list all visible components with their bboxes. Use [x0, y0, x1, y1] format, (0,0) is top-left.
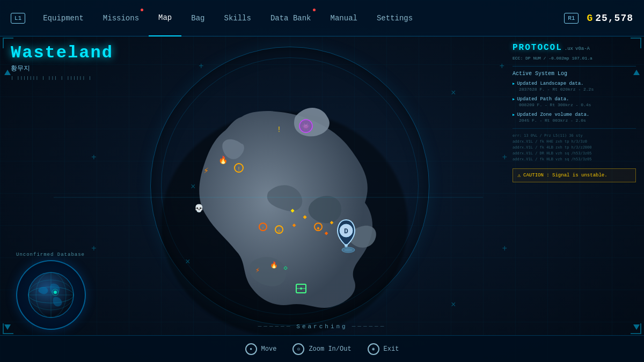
- svg-text:⚡: ⚡: [255, 266, 260, 275]
- protocol-title: PROTOCOL: [513, 43, 562, 53]
- caution-box: CAUTION : Signal is unstable.: [513, 168, 636, 182]
- plus-decoration-9: ×: [451, 88, 456, 98]
- corner-decoration-bl: [3, 323, 13, 334]
- protocol-version: v0a-A: [575, 46, 590, 51]
- svg-point-29: [344, 248, 353, 252]
- plus-decoration-2: +: [499, 62, 504, 71]
- svg-text:◆: ◆: [317, 226, 320, 231]
- move-button-icon: ●: [245, 343, 257, 355]
- control-exit: ◉ Exit: [368, 343, 399, 355]
- searching-label: Searching: [258, 323, 386, 330]
- bottom-bar: ● Move ◎ Zoom In/Out ◉ Exit: [0, 335, 644, 362]
- svg-text:🔥: 🔥: [270, 261, 278, 269]
- area-name-korean: 황무지: [11, 64, 113, 73]
- svg-text:◇: ◇: [277, 228, 281, 234]
- corner-decoration-br: [631, 323, 641, 334]
- currency-display: G25,578: [587, 13, 633, 24]
- bottom-controls: ● Move ◎ Zoom In/Out ◉ Exit: [245, 343, 399, 355]
- scroll-arrow-up-left[interactable]: [4, 70, 11, 75]
- log-entry-1: Updated Landscape data. 2837628 F. - Rt …: [513, 81, 636, 92]
- area-barcode: | ||||||| | ||| | |||||| |: [11, 75, 113, 80]
- databank-dot: [313, 9, 316, 11]
- nav-item-equipment[interactable]: Equipment: [33, 0, 93, 36]
- svg-text:◆: ◆: [290, 207, 295, 215]
- svg-text:◆: ◆: [303, 213, 307, 221]
- system-data: err: 13 0%L / Prz L5(11) 36 sty addrx.V1…: [513, 133, 636, 163]
- zoom-button-icon: ◎: [292, 343, 304, 355]
- plus-decoration-7: ×: [191, 182, 196, 192]
- protocol-stats: ECC: DP NUM / -0.082mp 107.01.a: [513, 56, 636, 61]
- svg-text:◇: ◇: [283, 264, 288, 272]
- corner-decoration-tr: [631, 38, 641, 48]
- svg-text:◆: ◆: [292, 222, 296, 228]
- exit-button-icon: ◉: [368, 343, 379, 355]
- nav-left-button[interactable]: L1: [11, 13, 25, 24]
- globe-radar: [16, 260, 86, 330]
- nav-item-settings[interactable]: Settings: [367, 0, 422, 36]
- right-panel: PROTOCOL .ux v0a-A ECC: DP NUM / -0.082m…: [513, 43, 636, 182]
- zoom-label: Zoom In/Out: [309, 345, 351, 353]
- missions-dot: [141, 9, 143, 11]
- nav-right-button[interactable]: R1: [564, 13, 579, 24]
- nav-item-databank[interactable]: Data Bank: [261, 0, 321, 36]
- log-entry-2-header: Updated Path data.: [513, 97, 636, 102]
- plus-decoration-8: ×: [185, 257, 191, 267]
- currency-value: 25,578: [595, 13, 633, 24]
- control-zoom: ◎ Zoom In/Out: [292, 343, 351, 355]
- svg-text:👾: 👾: [302, 123, 310, 130]
- svg-point-17: [300, 287, 302, 290]
- nav-item-bag[interactable]: Bag: [181, 0, 214, 36]
- caution-text: CAUTION : Signal is unstable.: [517, 172, 631, 179]
- log-entry-1-header: Updated Landscape data.: [513, 81, 636, 86]
- globe-label: Unconfirmed Database: [16, 252, 85, 257]
- control-move: ● Move: [245, 343, 277, 355]
- protocol-divider: [513, 66, 636, 67]
- protocol-suffix: .ux: [565, 46, 573, 51]
- nav-item-map[interactable]: Map: [149, 0, 181, 36]
- log-entry-1-detail: 2837628 F. - Rt 020krz - 2.2s: [513, 86, 636, 92]
- plus-decoration-10: ×: [451, 300, 456, 310]
- nav-item-missions[interactable]: Missions: [93, 0, 149, 36]
- plus-decoration-1: +: [199, 62, 204, 71]
- nav-item-manual[interactable]: Manual: [321, 0, 367, 36]
- svg-text:!: !: [277, 125, 281, 134]
- svg-text:⚡: ⚡: [261, 226, 264, 231]
- log-entry-2-detail: 008209 F. - Rt 300krz - 0.4s: [513, 102, 636, 108]
- svg-point-27: [345, 244, 348, 247]
- log-entry-3-detail: 2045 F. - Rt 003krz - 2.0s: [513, 117, 636, 123]
- move-label: Move: [261, 345, 277, 353]
- corner-decoration-tl: [3, 38, 13, 48]
- plus-decoration-5: +: [91, 244, 97, 254]
- svg-text:💀: 💀: [194, 204, 204, 213]
- svg-text:◆: ◆: [325, 230, 328, 237]
- log-entry-2: Updated Path data. 008209 F. - Rt 300krz…: [513, 97, 636, 108]
- plus-decoration-6: +: [502, 244, 507, 254]
- scroll-arrow-up-right[interactable]: [633, 70, 640, 75]
- svg-text:!: !: [237, 166, 240, 172]
- currency-symbol: G: [587, 13, 593, 24]
- left-panel: Wasteland 황무지 | ||||||| | ||| | |||||| |: [11, 43, 113, 80]
- nav-bar: L1 Equipment Missions Map Bag Skills Dat…: [0, 0, 644, 36]
- nav-item-skills[interactable]: Skills: [214, 0, 260, 36]
- nav-right: R1 G25,578: [564, 13, 633, 24]
- panel-divider: [513, 128, 636, 129]
- area-name: Wasteland: [11, 43, 113, 63]
- globe-svg: [24, 268, 78, 322]
- svg-text:🔥: 🔥: [218, 156, 228, 165]
- svg-text:D: D: [344, 227, 348, 235]
- marker-lightning-1: ⚡: [203, 166, 209, 176]
- exit-label: Exit: [384, 345, 399, 353]
- log-entry-3-header: Updated Zone volume data.: [513, 112, 636, 117]
- system-log-title: Active System Log: [513, 71, 636, 77]
- plus-decoration-4: +: [502, 153, 507, 162]
- svg-text:◆: ◆: [330, 219, 334, 226]
- protocol-header: PROTOCOL .ux v0a-A: [513, 43, 636, 53]
- svg-point-37: [54, 291, 57, 294]
- plus-decoration-3: +: [91, 153, 97, 162]
- log-entry-3: Updated Zone volume data. 2045 F. - Rt 0…: [513, 112, 636, 123]
